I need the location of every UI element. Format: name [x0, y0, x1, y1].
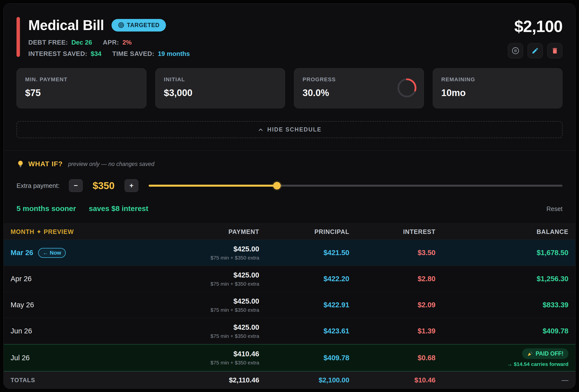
month-label: Jul 26: [10, 354, 30, 362]
targeted-badge-label: TARGETED: [127, 22, 160, 29]
page-title: Medical Bill: [28, 17, 104, 33]
now-badge: ← Now: [38, 248, 66, 258]
payment-breakdown: $75 min + $350 extra: [156, 333, 259, 339]
month-label: Jun 26: [10, 327, 32, 335]
payment-breakdown: $75 min + $350 extra: [156, 255, 259, 261]
progress-ring: [397, 78, 417, 99]
extra-payment-decrease-button[interactable]: −: [69, 179, 83, 192]
totals-payment: $2,110.46: [156, 376, 259, 384]
light-bulb-icon: [16, 160, 24, 168]
interest-value: $0.68: [349, 354, 435, 362]
stat-label: MIN. PAYMENT: [25, 76, 138, 83]
table-header-row: MONTH ✦ PREVIEW PAYMENT PRINCIPAL INTERE…: [4, 224, 575, 240]
delete-button[interactable]: [547, 43, 563, 58]
savings-line: INTEREST SAVED: $34 TIME SAVED: 19 month…: [28, 50, 190, 58]
payment-breakdown: $75 min + $350 extra: [156, 281, 259, 287]
interest-value: $1.39: [349, 327, 435, 335]
payment-breakdown: $75 min + $350 extra: [156, 360, 259, 366]
interest-saved-value: $34: [91, 50, 101, 58]
stat-card-min-payment: MIN. PAYMENT $75: [16, 68, 146, 108]
debt-free-value: Dec 26: [72, 39, 92, 46]
payment-breakdown: $75 min + $350 extra: [156, 307, 259, 313]
header: Medical Bill TARGETED DEBT FREE: Dec 26 …: [4, 4, 575, 58]
principal-value: $422.91: [259, 301, 349, 309]
principal-value: $422.20: [259, 275, 349, 283]
chevron-up-icon: [258, 127, 264, 133]
pause-icon: [511, 47, 520, 55]
payment-amount: $425.00: [156, 271, 259, 279]
totals-label: TOTALS: [10, 377, 156, 384]
debt-free-line: DEBT FREE: Dec 26 APR: 2%: [28, 39, 190, 46]
table-row: Jul 26 $410.46 $75 min + $350 extra $409…: [4, 344, 575, 371]
time-saved-label: TIME SAVED:: [112, 50, 154, 58]
stat-value: $3,000: [164, 88, 277, 98]
apr-value: 2%: [122, 39, 132, 46]
column-header-balance: BALANCE: [435, 228, 569, 235]
hide-schedule-button[interactable]: HIDE SCHEDULE: [16, 121, 563, 138]
time-saved-value: 19 months: [158, 50, 190, 58]
month-label: Mar 26: [10, 249, 33, 257]
principal-value: $423.61: [259, 327, 349, 335]
balance-value: $1,256.30: [435, 275, 569, 283]
what-if-subtitle: preview only — no changes saved: [68, 161, 154, 167]
stat-label: INITIAL: [164, 76, 277, 83]
month-label: Apr 26: [10, 275, 31, 283]
column-header-payment: PAYMENT: [156, 228, 259, 235]
party-popper-icon: [527, 351, 533, 357]
totals-interest: $10.46: [349, 376, 435, 384]
stat-cards: MIN. PAYMENT $75 INITIAL $3,000 PROGRESS…: [16, 68, 563, 108]
totals-principal: $2,100.00: [259, 376, 349, 384]
interest-value: $2.09: [349, 301, 435, 309]
edit-icon: [531, 47, 539, 54]
balance-value: $1,678.50: [435, 249, 569, 257]
month-label: May 26: [10, 301, 34, 309]
debt-detail-card: Medical Bill TARGETED DEBT FREE: Dec 26 …: [3, 3, 576, 389]
totals-balance: —: [435, 376, 569, 384]
column-header-month: MONTH ✦ PREVIEW: [10, 228, 156, 235]
column-header-interest: INTEREST: [349, 228, 435, 235]
interest-value: $2.80: [349, 275, 435, 283]
targeted-badge: TARGETED: [112, 19, 166, 31]
schedule-table: MONTH ✦ PREVIEW PAYMENT PRINCIPAL INTERE…: [4, 224, 575, 389]
payment-amount: $425.00: [156, 245, 259, 253]
stat-card-remaining: REMAINING 10mo: [433, 68, 563, 108]
carry-forward-note: → $14.54 carries forward: [507, 361, 569, 367]
stat-card-initial: INITIAL $3,000: [155, 68, 285, 108]
slider-thumb[interactable]: [273, 182, 281, 190]
principal-value: $409.78: [259, 354, 349, 362]
totals-row: TOTALS $2,110.46 $2,100.00 $10.46 —: [4, 371, 575, 389]
edit-button[interactable]: [527, 43, 543, 58]
payment-amount: $410.46: [156, 350, 259, 358]
debt-amount: $2,100: [514, 17, 563, 36]
table-row: Jun 26 $425.00 $75 min + $350 extra $423…: [4, 318, 575, 344]
pause-button[interactable]: [508, 43, 523, 58]
accent-bar: [16, 17, 20, 57]
table-row: Apr 26 $425.00 $75 min + $350 extra $422…: [4, 266, 575, 292]
principal-value: $421.50: [259, 249, 349, 257]
interest-savings-text: saves $8 interest: [89, 204, 148, 213]
slider-fill: [149, 185, 277, 187]
stat-value: 10mo: [441, 88, 554, 98]
balance-value: $833.39: [435, 301, 569, 309]
payment-amount: $425.00: [156, 323, 259, 331]
paid-off-label: PAID OFF!: [536, 350, 564, 357]
debt-free-label: DEBT FREE:: [28, 39, 68, 46]
trash-icon: [551, 47, 559, 54]
column-header-principal: PRINCIPAL: [259, 228, 349, 235]
table-row: Mar 26 ← Now $425.00 $75 min + $350 extr…: [4, 240, 575, 266]
table-row: May 26 $425.00 $75 min + $350 extra $422…: [4, 292, 575, 318]
paid-off-badge: PAID OFF!: [522, 348, 569, 359]
stat-value: $75: [25, 88, 138, 98]
reset-button[interactable]: Reset: [547, 205, 563, 213]
apr-label: APR:: [103, 39, 119, 46]
what-if-section: WHAT IF? preview only — no changes saved…: [4, 151, 575, 224]
interest-value: $3.50: [349, 249, 435, 257]
months-sooner-text: 5 months sooner: [16, 204, 76, 213]
extra-payment-slider[interactable]: [149, 182, 563, 190]
target-icon: [118, 22, 124, 28]
extra-payment-increase-button[interactable]: +: [125, 179, 138, 192]
payment-amount: $425.00: [156, 297, 259, 305]
stat-card-progress: PROGRESS 30.0%: [294, 68, 424, 108]
extra-payment-label: Extra payment:: [16, 182, 60, 190]
interest-saved-label: INTEREST SAVED:: [28, 50, 87, 58]
